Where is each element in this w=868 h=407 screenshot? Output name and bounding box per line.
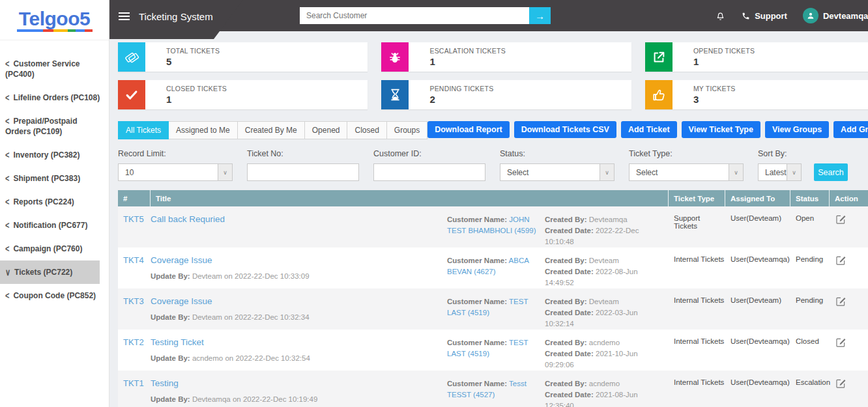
sidebar-item-prepaid-postpaid-orders[interactable]: Prepaid/Postpaid Orders (PC109) [0, 109, 109, 143]
record-limit-select[interactable]: 10 [118, 163, 233, 181]
edit-icon[interactable] [836, 255, 846, 265]
search-submit-button[interactable] [529, 7, 551, 24]
ticket-title-link[interactable]: Testing Ticket [151, 337, 204, 347]
chevron-down-icon [218, 164, 232, 180]
chevron-down-icon [600, 164, 614, 180]
ticket-no-input[interactable] [248, 164, 358, 180]
sidebar-nav: Customer Service (PC400) Lifeline Orders… [0, 40, 109, 307]
chevron-collapsed-icon [5, 172, 9, 186]
assigned-to-cell: User(Devteam) [725, 296, 790, 330]
edit-icon[interactable] [836, 214, 846, 224]
record-limit-label: Record Limit: [118, 149, 233, 158]
ticket-title-link[interactable]: Testing [151, 378, 179, 388]
ticket-title-link[interactable]: Call back Requried [151, 214, 225, 224]
customer-cell: Customer Name: TEST LAST (4519) [444, 337, 542, 371]
ticket-icon [124, 49, 139, 64]
created-cell: Created By: DevteamCreated Date: 2022-08… [542, 255, 669, 288]
ticket-update-line: Update By: Devteam on 2022-22-Dec 10:32:… [151, 312, 436, 322]
sidebar-item-notification[interactable]: Notification (PC677) [0, 214, 109, 237]
customer-cell: Customer Name: TEST LAST (4519) [444, 296, 542, 330]
assigned-to-cell: User(Devteam) [725, 214, 790, 247]
chevron-down-icon [729, 164, 743, 180]
sort-by-select[interactable]: Latest [758, 163, 802, 181]
ticket-id-link[interactable]: TKT3 [118, 296, 151, 330]
status-cell: Closed [790, 337, 830, 371]
tab-all-tickets[interactable]: All Tickets [118, 121, 169, 139]
edit-icon[interactable] [836, 337, 846, 347]
search-button[interactable]: Search [814, 163, 848, 181]
chevron-down-icon [787, 164, 801, 180]
sidebar-item-tickets[interactable]: Tickets (PC722) [0, 260, 100, 284]
menu-icon[interactable] [119, 12, 130, 20]
stat-card-closed-tickets: CLOSED TICKETS 1 [118, 80, 368, 109]
tab-closed[interactable]: Closed [347, 121, 386, 139]
sidebar-item-customer-service[interactable]: Customer Service (PC400) [0, 52, 109, 86]
sidebar-item-coupon-code[interactable]: Coupon Code (PC852) [0, 284, 109, 307]
stats-grid: TOTAL TICKETS 5 ESCALATION TICKETS 1 [118, 42, 868, 109]
chevron-collapsed-icon [5, 91, 9, 105]
add-ticket-button[interactable]: Add Ticket [621, 121, 677, 138]
stat-label: ESCALATION TICKETS [429, 47, 505, 55]
tab-groups[interactable]: Groups [387, 121, 427, 139]
sidebar-item-inventory[interactable]: Inventory (PC382) [0, 143, 109, 167]
brand-logo: Telgoo5 [0, 0, 109, 40]
customer-cell: Customer Name: ABCA BEVAN (4627) [444, 255, 542, 288]
external-link-icon [652, 50, 666, 64]
ticket-type-cell: Internal Tickets [669, 255, 725, 288]
status-cell: Pending [790, 296, 830, 330]
ticket-title-link[interactable]: Coverage Issue [151, 296, 212, 306]
thumbs-up-icon [652, 88, 666, 102]
stat-label: MY TICKETS [693, 85, 736, 92]
ticket-id-link[interactable]: TKT4 [118, 255, 151, 288]
customer-id-input[interactable] [374, 164, 485, 180]
chevron-expanded-icon [5, 266, 10, 279]
ticket-update-line: Update By: Devteam on 2022-22-Dec 10:33:… [151, 271, 436, 281]
table-row: TKT4 Coverage Issue Update By: Devteam o… [118, 247, 868, 288]
tab-created-by-me[interactable]: Created By Me [238, 121, 305, 139]
status-select[interactable]: Select [500, 163, 615, 181]
ticket-id-link[interactable]: TKT1 [118, 378, 151, 407]
ticket-type-select[interactable]: Select [629, 163, 744, 181]
chevron-collapsed-icon [5, 57, 9, 71]
sidebar-item-shipment[interactable]: Shipment (PC383) [0, 167, 109, 190]
customer-cell: Customer Name: JOHN TEST BHAMBHOLI (4599… [444, 214, 542, 247]
download-tickets-csv-button[interactable]: Download Tickets CSV [514, 121, 616, 138]
edit-icon[interactable] [836, 296, 846, 306]
tab-opened[interactable]: Opened [305, 121, 348, 139]
ticket-title-link[interactable]: Coverage Issue [151, 255, 212, 265]
ticket-id-link[interactable]: TKT5 [118, 214, 151, 247]
tab-assigned-to-me[interactable]: Assigned to Me [169, 121, 238, 139]
chevron-collapsed-icon [5, 219, 9, 232]
customer-search [300, 7, 551, 24]
support-link[interactable]: Support [742, 11, 787, 21]
stat-label: CLOSED TICKETS [166, 85, 227, 92]
table-row: TKT5 Call back Requried Customer Name: J… [118, 206, 868, 247]
notifications-bell-icon[interactable] [715, 10, 726, 21]
view-ticket-type-button[interactable]: View Ticket Type [682, 121, 760, 138]
sidebar-item-campaign[interactable]: Campaign (PC760) [0, 237, 109, 260]
stat-value: 1 [166, 94, 227, 105]
download-report-button[interactable]: Download Report [427, 121, 509, 138]
sidebar-item-lifeline-orders[interactable]: Lifeline Orders (PC108) [0, 86, 109, 109]
stat-label: OPENED TICKETS [693, 47, 755, 55]
ticket-tabs: All Tickets Assigned to Me Created By Me… [118, 121, 427, 139]
app-root: Telgoo5 Customer Service (PC400) Lifelin… [0, 0, 868, 407]
avatar [803, 8, 818, 23]
assigned-to-cell: User(Devteamqa) [725, 378, 790, 407]
created-cell: Created By: acndemoCreated Date: 2021-08… [542, 378, 669, 407]
add-groups-button[interactable]: Add Groups [833, 121, 868, 138]
view-groups-button[interactable]: View Groups [765, 121, 829, 138]
status-label: Status: [500, 149, 615, 158]
user-menu[interactable]: Devteamqa [803, 8, 868, 23]
username: Devteamqa [823, 11, 868, 21]
action-buttons: Download Report Download Tickets CSV Add… [427, 121, 868, 138]
edit-icon[interactable] [836, 378, 846, 388]
customer-id-label: Customer ID: [373, 149, 485, 158]
search-input[interactable] [300, 7, 529, 24]
ticket-no-label: Ticket No: [247, 149, 359, 158]
ticket-id-link[interactable]: TKT2 [118, 337, 151, 371]
table-row: TKT1 Testing Update By: Devteamqa on 202… [118, 371, 868, 407]
content: TOTAL TICKETS 5 ESCALATION TICKETS 1 [109, 31, 868, 407]
sidebar-item-reports[interactable]: Reports (PC224) [0, 190, 109, 214]
stat-card-my-tickets: MY TICKETS 3 [645, 80, 868, 109]
